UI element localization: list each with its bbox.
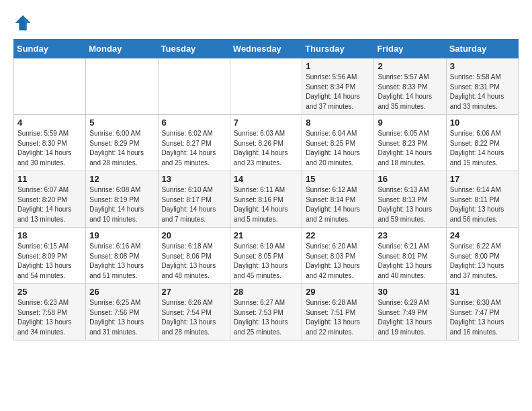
day-info: Sunrise: 6:06 AM Sunset: 8:22 PM Dayligh…	[450, 129, 515, 168]
day-info: Sunrise: 6:19 AM Sunset: 8:05 PM Dayligh…	[234, 242, 298, 281]
day-number: 18	[17, 230, 82, 240]
calendar-cell: 2Sunrise: 5:57 AM Sunset: 8:33 PM Daylig…	[374, 58, 446, 115]
day-number: 26	[89, 287, 154, 297]
calendar-cell: 13Sunrise: 6:10 AM Sunset: 8:17 PM Dayli…	[158, 171, 230, 228]
day-number: 4	[17, 118, 82, 128]
weekday-header-row: SundayMondayTuesdayWednesdayThursdayFrid…	[14, 40, 519, 58]
day-number: 13	[162, 174, 226, 184]
calendar-cell: 22Sunrise: 6:20 AM Sunset: 8:03 PM Dayli…	[302, 228, 374, 284]
calendar-cell: 12Sunrise: 6:08 AM Sunset: 8:19 PM Dayli…	[86, 171, 158, 228]
day-info: Sunrise: 6:30 AM Sunset: 7:47 PM Dayligh…	[450, 298, 515, 337]
day-number: 5	[89, 118, 154, 128]
day-number: 21	[234, 230, 298, 240]
weekday-header-sunday: Sunday	[14, 40, 86, 58]
calendar-cell: 29Sunrise: 6:28 AM Sunset: 7:51 PM Dayli…	[302, 284, 374, 340]
calendar-table: SundayMondayTuesdayWednesdayThursdayFrid…	[13, 39, 519, 340]
day-info: Sunrise: 5:57 AM Sunset: 8:33 PM Dayligh…	[378, 73, 442, 111]
weekday-header-friday: Friday	[374, 40, 446, 58]
day-info: Sunrise: 6:23 AM Sunset: 7:58 PM Dayligh…	[17, 298, 82, 337]
day-info: Sunrise: 6:25 AM Sunset: 7:56 PM Dayligh…	[89, 298, 154, 337]
day-info: Sunrise: 6:18 AM Sunset: 8:06 PM Dayligh…	[162, 242, 226, 281]
calendar-cell: 20Sunrise: 6:18 AM Sunset: 8:06 PM Dayli…	[158, 228, 230, 284]
calendar-cell: 8Sunrise: 6:04 AM Sunset: 8:25 PM Daylig…	[302, 115, 374, 171]
calendar-cell: 26Sunrise: 6:25 AM Sunset: 7:56 PM Dayli…	[86, 284, 158, 340]
calendar-cell: 23Sunrise: 6:21 AM Sunset: 8:01 PM Dayli…	[374, 228, 446, 284]
calendar-cell: 1Sunrise: 5:56 AM Sunset: 8:34 PM Daylig…	[302, 58, 374, 115]
day-number: 28	[234, 287, 298, 297]
calendar-cell: 24Sunrise: 6:22 AM Sunset: 8:00 PM Dayli…	[446, 228, 518, 284]
day-info: Sunrise: 6:27 AM Sunset: 7:53 PM Dayligh…	[234, 298, 298, 337]
calendar-cell: 28Sunrise: 6:27 AM Sunset: 7:53 PM Dayli…	[230, 284, 302, 340]
calendar-cell: 31Sunrise: 6:30 AM Sunset: 7:47 PM Dayli…	[446, 284, 518, 340]
day-info: Sunrise: 6:14 AM Sunset: 8:11 PM Dayligh…	[450, 185, 515, 224]
day-number: 11	[17, 174, 82, 184]
calendar-cell: 27Sunrise: 6:26 AM Sunset: 7:54 PM Dayli…	[158, 284, 230, 340]
logo	[13, 13, 35, 32]
day-info: Sunrise: 6:07 AM Sunset: 8:20 PM Dayligh…	[17, 185, 82, 224]
day-number: 22	[306, 230, 370, 240]
day-info: Sunrise: 6:16 AM Sunset: 8:08 PM Dayligh…	[89, 242, 154, 281]
day-info: Sunrise: 6:26 AM Sunset: 7:54 PM Dayligh…	[162, 298, 226, 337]
calendar-cell: 7Sunrise: 6:03 AM Sunset: 8:26 PM Daylig…	[230, 115, 302, 171]
day-number: 6	[162, 118, 226, 128]
calendar-cell	[230, 58, 302, 115]
day-number: 1	[306, 61, 370, 71]
calendar-cell: 19Sunrise: 6:16 AM Sunset: 8:08 PM Dayli…	[86, 228, 158, 284]
weekday-header-wednesday: Wednesday	[230, 40, 302, 58]
day-number: 29	[306, 287, 370, 297]
calendar-cell: 11Sunrise: 6:07 AM Sunset: 8:20 PM Dayli…	[14, 171, 86, 228]
day-info: Sunrise: 6:02 AM Sunset: 8:27 PM Dayligh…	[162, 129, 226, 168]
day-number: 19	[89, 230, 154, 240]
day-info: Sunrise: 6:05 AM Sunset: 8:23 PM Dayligh…	[378, 129, 442, 168]
calendar-cell: 3Sunrise: 5:58 AM Sunset: 8:31 PM Daylig…	[446, 58, 518, 115]
day-number: 9	[378, 118, 442, 128]
day-number: 20	[162, 230, 226, 240]
calendar-cell: 17Sunrise: 6:14 AM Sunset: 8:11 PM Dayli…	[446, 171, 518, 228]
day-number: 8	[306, 118, 370, 128]
day-number: 7	[234, 118, 298, 128]
calendar-week-row: 4Sunrise: 5:59 AM Sunset: 8:30 PM Daylig…	[14, 115, 519, 171]
day-info: Sunrise: 6:13 AM Sunset: 8:13 PM Dayligh…	[378, 185, 442, 224]
calendar-cell: 14Sunrise: 6:11 AM Sunset: 8:16 PM Dayli…	[230, 171, 302, 228]
calendar-cell	[14, 58, 86, 115]
calendar-cell: 25Sunrise: 6:23 AM Sunset: 7:58 PM Dayli…	[14, 284, 86, 340]
weekday-header-thursday: Thursday	[302, 40, 374, 58]
day-info: Sunrise: 5:58 AM Sunset: 8:31 PM Dayligh…	[450, 73, 515, 111]
day-info: Sunrise: 6:00 AM Sunset: 8:29 PM Dayligh…	[89, 129, 154, 168]
calendar-cell	[86, 58, 158, 115]
day-number: 16	[378, 174, 442, 184]
calendar-week-row: 25Sunrise: 6:23 AM Sunset: 7:58 PM Dayli…	[14, 284, 519, 340]
calendar-week-row: 1Sunrise: 5:56 AM Sunset: 8:34 PM Daylig…	[14, 58, 519, 115]
logo-icon	[13, 13, 32, 32]
day-info: Sunrise: 6:29 AM Sunset: 7:49 PM Dayligh…	[378, 298, 442, 337]
day-info: Sunrise: 6:12 AM Sunset: 8:14 PM Dayligh…	[306, 185, 370, 224]
day-info: Sunrise: 5:56 AM Sunset: 8:34 PM Dayligh…	[306, 73, 370, 111]
calendar-cell: 4Sunrise: 5:59 AM Sunset: 8:30 PM Daylig…	[14, 115, 86, 171]
day-number: 10	[450, 118, 515, 128]
day-number: 17	[450, 174, 515, 184]
page-header	[13, 13, 519, 32]
calendar-cell: 5Sunrise: 6:00 AM Sunset: 8:29 PM Daylig…	[86, 115, 158, 171]
day-number: 25	[17, 287, 82, 297]
day-info: Sunrise: 6:28 AM Sunset: 7:51 PM Dayligh…	[306, 298, 370, 337]
day-number: 2	[378, 61, 442, 71]
day-info: Sunrise: 6:08 AM Sunset: 8:19 PM Dayligh…	[89, 185, 154, 224]
day-info: Sunrise: 6:10 AM Sunset: 8:17 PM Dayligh…	[162, 185, 226, 224]
calendar-week-row: 18Sunrise: 6:15 AM Sunset: 8:09 PM Dayli…	[14, 228, 519, 284]
day-number: 31	[450, 287, 515, 297]
calendar-cell: 16Sunrise: 6:13 AM Sunset: 8:13 PM Dayli…	[374, 171, 446, 228]
day-info: Sunrise: 6:22 AM Sunset: 8:00 PM Dayligh…	[450, 242, 515, 281]
day-info: Sunrise: 6:03 AM Sunset: 8:26 PM Dayligh…	[234, 129, 298, 168]
day-number: 12	[89, 174, 154, 184]
day-info: Sunrise: 6:21 AM Sunset: 8:01 PM Dayligh…	[378, 242, 442, 281]
day-info: Sunrise: 5:59 AM Sunset: 8:30 PM Dayligh…	[17, 129, 82, 168]
day-info: Sunrise: 6:04 AM Sunset: 8:25 PM Dayligh…	[306, 129, 370, 168]
day-number: 30	[378, 287, 442, 297]
day-info: Sunrise: 6:11 AM Sunset: 8:16 PM Dayligh…	[234, 185, 298, 224]
calendar-cell: 18Sunrise: 6:15 AM Sunset: 8:09 PM Dayli…	[14, 228, 86, 284]
weekday-header-monday: Monday	[86, 40, 158, 58]
calendar-cell: 30Sunrise: 6:29 AM Sunset: 7:49 PM Dayli…	[374, 284, 446, 340]
calendar-cell: 10Sunrise: 6:06 AM Sunset: 8:22 PM Dayli…	[446, 115, 518, 171]
day-info: Sunrise: 6:20 AM Sunset: 8:03 PM Dayligh…	[306, 242, 370, 281]
day-number: 15	[306, 174, 370, 184]
